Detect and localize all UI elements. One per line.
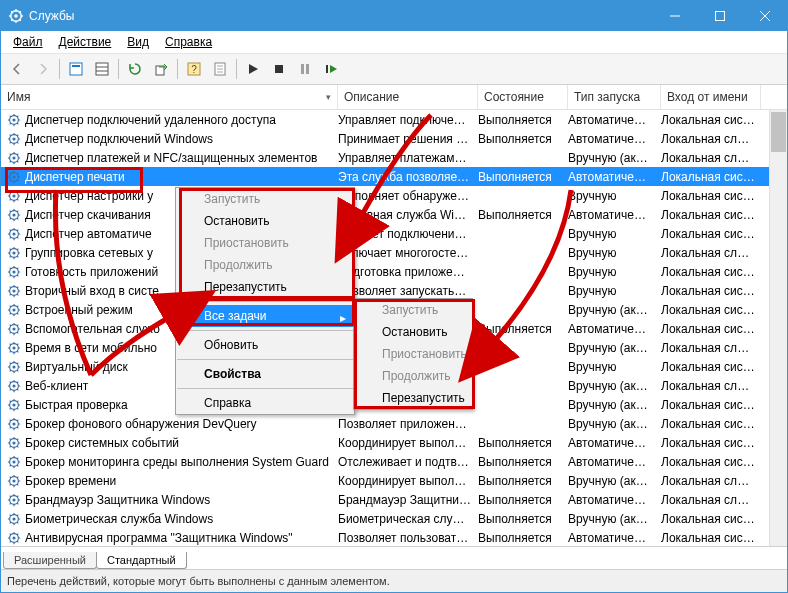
- svg-point-29: [12, 251, 15, 254]
- svc-state: Выполняется: [478, 474, 568, 488]
- col-state[interactable]: Состояние: [478, 85, 568, 109]
- scrollbar-vertical[interactable]: [769, 110, 787, 546]
- toolbar-fwd-icon[interactable]: [31, 57, 55, 81]
- svc-logon: Локальная сис…: [661, 531, 761, 545]
- gear-icon: [7, 284, 21, 298]
- svc-state: Выполняется: [478, 132, 568, 146]
- table-row[interactable]: Диспетчер платежей и NFC/защищенных элем…: [1, 148, 787, 167]
- status-text: Перечень действий, которые могут быть вы…: [7, 575, 390, 587]
- col-start[interactable]: Тип запуска: [568, 85, 661, 109]
- svc-desc: Эта служба позволяет…: [338, 170, 478, 184]
- table-row[interactable]: Диспетчер печатиЭта служба позволяет…Вып…: [1, 167, 787, 186]
- svg-point-37: [12, 327, 15, 330]
- toolbar-stop-icon[interactable]: [267, 57, 291, 81]
- svc-start: Вручную (ак…: [568, 303, 661, 317]
- svc-desc: Координирует выпол…: [338, 436, 478, 450]
- menu-view[interactable]: Вид: [119, 33, 157, 51]
- table-row[interactable]: Диспетчер настройки уВыполняет обнаруже……: [1, 186, 787, 205]
- gear-icon: [7, 436, 21, 450]
- svg-point-33: [12, 289, 15, 292]
- minimize-button[interactable]: [652, 1, 697, 31]
- table-row[interactable]: Брокер времениКоординирует выпол…Выполня…: [1, 471, 787, 490]
- menu-help[interactable]: Справка: [157, 33, 220, 51]
- svc-start: Вручную: [568, 227, 661, 241]
- table-row[interactable]: Диспетчер автоматичеСоздает подключение……: [1, 224, 787, 243]
- scroll-thumb[interactable]: [771, 112, 786, 152]
- ctx-stop[interactable]: Остановить: [176, 210, 354, 232]
- svc-start: Автоматиче…: [568, 455, 661, 469]
- svc-start: Вручную (ак…: [568, 474, 661, 488]
- svc-desc: Управляет подключе…: [338, 113, 478, 127]
- table-row[interactable]: Готовность приложенийПодготовка приложе……: [1, 262, 787, 281]
- table-row[interactable]: Диспетчер скачиванияОсновная служба Win……: [1, 205, 787, 224]
- svg-point-41: [12, 365, 15, 368]
- window-close-button[interactable]: [742, 1, 787, 31]
- table-row[interactable]: Группировка сетевых уВключает многогосте…: [1, 243, 787, 262]
- svc-desc: Управляет платежами…: [338, 151, 478, 165]
- toolbar-back-icon[interactable]: [5, 57, 29, 81]
- svc-name: Диспетчер платежей и NFC/защищенных элем…: [25, 151, 338, 165]
- ctx-help[interactable]: Справка: [176, 392, 354, 414]
- ctx-resume[interactable]: Продолжить: [176, 254, 354, 276]
- table-row[interactable]: Брокер мониторинга среды выполнения Syst…: [1, 452, 787, 471]
- tab-extended[interactable]: Расширенный: [3, 552, 97, 569]
- ctx-all-tasks[interactable]: Все задачи▸: [176, 305, 354, 327]
- gear-icon: [7, 379, 21, 393]
- window-title: Службы: [29, 9, 652, 23]
- col-logon[interactable]: Вход от имени: [661, 85, 761, 109]
- toolbar-sheet-icon[interactable]: [208, 57, 232, 81]
- ctx-restart[interactable]: Перезапустить: [176, 276, 354, 298]
- tab-standard[interactable]: Стандартный: [96, 552, 187, 569]
- maximize-button[interactable]: [697, 1, 742, 31]
- table-row[interactable]: Брокер системных событийКоординирует вып…: [1, 433, 787, 452]
- col-desc[interactable]: Описание: [338, 85, 478, 109]
- col-name[interactable]: Имя▾: [1, 85, 338, 109]
- menu-action[interactable]: Действие: [51, 33, 120, 51]
- toolbar-refresh-icon[interactable]: [123, 57, 147, 81]
- toolbar-restart-icon[interactable]: [319, 57, 343, 81]
- toolbar: ?: [1, 54, 787, 85]
- svc-logon: Локальная сис…: [661, 170, 761, 184]
- svc-desc: Позволяет запускать…: [338, 284, 478, 298]
- table-row[interactable]: Биометрическая служба WindowsБиометричес…: [1, 509, 787, 528]
- toolbar-props-icon[interactable]: [64, 57, 88, 81]
- sub-resume[interactable]: Продолжить: [354, 365, 472, 387]
- table-row[interactable]: Антивирусная программа "Защитника Window…: [1, 528, 787, 546]
- svg-rect-13: [326, 65, 328, 73]
- gear-icon: [7, 113, 21, 127]
- ctx-pause[interactable]: Приостановить: [176, 232, 354, 254]
- svg-point-59: [12, 536, 15, 539]
- svg-point-55: [12, 498, 15, 501]
- toolbar-view-icon[interactable]: [90, 57, 114, 81]
- table-row[interactable]: Диспетчер подключений WindowsПринимает р…: [1, 129, 787, 148]
- toolbar-help-icon[interactable]: ?: [182, 57, 206, 81]
- svg-point-1: [14, 14, 18, 18]
- svc-logon: Локальная слу…: [661, 493, 761, 507]
- toolbar-export-icon[interactable]: [149, 57, 173, 81]
- table-row[interactable]: Брандмауэр Защитника WindowsБрандмауэр З…: [1, 490, 787, 509]
- toolbar-pause-icon[interactable]: [293, 57, 317, 81]
- gear-icon: [7, 208, 21, 222]
- svc-name: Диспетчер подключений удаленного доступа: [25, 113, 338, 127]
- sub-restart[interactable]: Перезапустить: [354, 387, 472, 409]
- gear-icon: [7, 322, 21, 336]
- titlebar[interactable]: Службы: [1, 1, 787, 31]
- ctx-start[interactable]: Запустить: [176, 188, 354, 210]
- sub-stop[interactable]: Остановить: [354, 321, 472, 343]
- toolbar-start-icon[interactable]: [241, 57, 265, 81]
- svg-point-39: [12, 346, 15, 349]
- svg-point-21: [12, 175, 15, 178]
- svc-desc: Отслеживает и подтве…: [338, 455, 478, 469]
- ctx-refresh[interactable]: Обновить: [176, 334, 354, 356]
- sub-pause[interactable]: Приостановить: [354, 343, 472, 365]
- svc-logon: Локальная сис…: [661, 208, 761, 222]
- sub-start[interactable]: Запустить: [354, 299, 472, 321]
- ctx-properties[interactable]: Свойства: [176, 363, 354, 385]
- gear-icon: [7, 151, 21, 165]
- svc-name: Диспетчер печати: [25, 170, 338, 184]
- table-row[interactable]: Брокер фонового обнаружения DevQueryПозв…: [1, 414, 787, 433]
- table-row[interactable]: Диспетчер подключений удаленного доступа…: [1, 110, 787, 129]
- svc-name: Антивирусная программа "Защитника Window…: [25, 531, 338, 545]
- svg-point-47: [12, 422, 15, 425]
- menu-file[interactable]: Файл: [5, 33, 51, 51]
